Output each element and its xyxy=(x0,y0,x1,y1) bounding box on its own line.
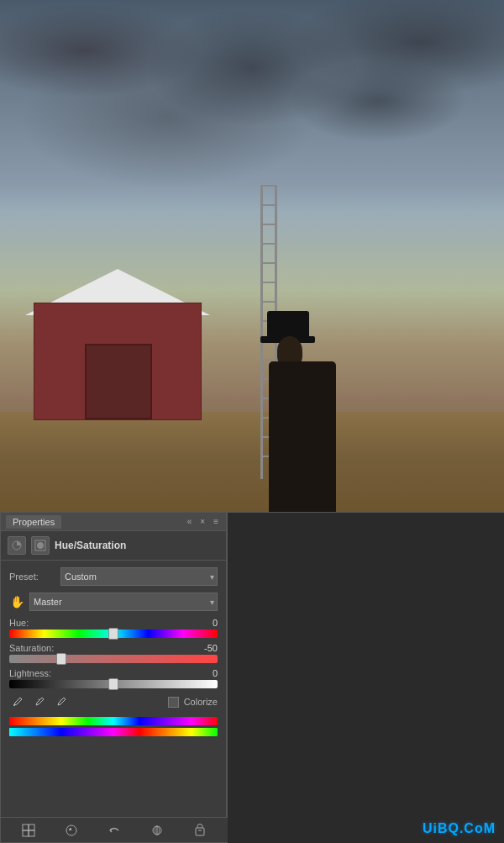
hue-label-row: Hue: 0 xyxy=(9,618,218,628)
toolbar-icon-5[interactable] xyxy=(191,821,209,840)
ladder-rung xyxy=(260,204,277,206)
saturation-label-row: Saturation: -50 xyxy=(9,643,218,653)
cloud-layer xyxy=(0,0,504,252)
saturation-label: Saturation: xyxy=(9,643,54,653)
toolbar-icon-3[interactable] xyxy=(105,821,123,840)
preset-select[interactable]: Custom Default Sepia Old Style xyxy=(60,567,218,586)
hue-value: 0 xyxy=(192,618,218,628)
ladder-rung xyxy=(260,224,277,225)
channel-select-wrapper: Master Reds Yellows Greens Cyans Blues M… xyxy=(29,593,218,611)
saturation-thumb[interactable] xyxy=(56,653,66,665)
svg-text:+: + xyxy=(38,697,40,702)
output-spectrum-bar xyxy=(9,728,218,736)
panel-close-icon[interactable]: × xyxy=(197,516,207,527)
ladder-rung xyxy=(260,243,277,245)
panel-toolbar xyxy=(1,817,228,842)
figure-body xyxy=(269,361,336,530)
toolbar-icon-4[interactable] xyxy=(148,821,166,840)
barn xyxy=(25,269,210,420)
eyedropper3-btn[interactable]: - xyxy=(53,693,70,710)
lightness-slider-row: Lightness: 0 xyxy=(9,668,218,688)
svg-rect-14 xyxy=(196,828,204,835)
preset-label: Preset: xyxy=(9,572,55,582)
ladder-rung xyxy=(260,262,277,264)
rainbow-spectrum-bar xyxy=(9,717,218,725)
panel-title-tab[interactable]: Properties xyxy=(6,515,61,529)
colorize-label: Colorize xyxy=(184,697,218,707)
eyedropper1-btn[interactable] xyxy=(9,693,26,710)
svg-point-2 xyxy=(37,542,44,549)
lightness-thumb[interactable] xyxy=(108,678,118,690)
color-bars xyxy=(9,717,218,736)
barn-door xyxy=(85,344,152,419)
lightness-track[interactable] xyxy=(9,680,218,688)
colorize-checkbox[interactable] xyxy=(168,697,179,708)
svg-point-3 xyxy=(13,704,15,706)
preset-row: Preset: Custom Default Sepia Old Style ▾ xyxy=(9,567,218,586)
hue-saturation-icon[interactable] xyxy=(8,536,26,555)
svg-rect-7 xyxy=(29,830,34,836)
panel-section-title: Hue/Saturation xyxy=(55,540,126,551)
properties-panel: Properties « × ≡ Hue/Saturation Preset: xyxy=(0,513,227,843)
panel-titlebar: Properties « × ≡ xyxy=(1,513,226,531)
panel-titlebar-icons: « × ≡ xyxy=(185,516,221,527)
panel-menu-icon[interactable]: ≡ xyxy=(211,516,221,527)
canvas-right xyxy=(227,513,504,843)
panel-collapse-icon[interactable]: « xyxy=(185,516,195,527)
eyedropper-colorize-row: + - Colorize xyxy=(9,693,218,710)
ladder-rung xyxy=(260,282,277,283)
saturation-track[interactable] xyxy=(9,655,218,663)
lightness-value: 0 xyxy=(192,668,218,678)
mask-icon[interactable] xyxy=(31,536,50,555)
panel-header: Hue/Saturation xyxy=(1,531,226,561)
panel-content: Preset: Custom Default Sepia Old Style ▾… xyxy=(1,561,226,746)
saturation-value: -50 xyxy=(192,643,218,653)
svg-text:-: - xyxy=(60,697,61,702)
preset-select-wrapper: Custom Default Sepia Old Style ▾ xyxy=(60,567,218,586)
svg-rect-9 xyxy=(29,825,34,830)
toolbar-icon-2[interactable] xyxy=(62,821,81,840)
barn-body xyxy=(34,303,202,420)
eyedropper2-btn[interactable]: + xyxy=(31,693,48,710)
lightness-label: Lightness: xyxy=(9,668,51,678)
svg-rect-8 xyxy=(23,830,29,836)
hue-track[interactable] xyxy=(9,630,218,638)
hue-thumb[interactable] xyxy=(108,628,118,640)
channel-select[interactable]: Master Reds Yellows Greens Cyans Blues M… xyxy=(29,593,218,611)
hue-label: Hue: xyxy=(9,618,29,628)
svg-rect-6 xyxy=(23,825,29,830)
saturation-slider-row: Saturation: -50 xyxy=(9,643,218,663)
figure-silhouette xyxy=(252,294,353,530)
toolbar-icon-1[interactable] xyxy=(19,821,38,840)
lightness-label-row: Lightness: 0 xyxy=(9,668,218,678)
ladder-rung xyxy=(260,185,277,187)
channel-row: ✋ Master Reds Yellows Greens Cyans Blues… xyxy=(9,593,218,611)
watermark: UiBQ.CoM xyxy=(423,821,496,836)
hand-tool-icon[interactable]: ✋ xyxy=(9,594,24,609)
hue-slider-row: Hue: 0 xyxy=(9,618,218,638)
